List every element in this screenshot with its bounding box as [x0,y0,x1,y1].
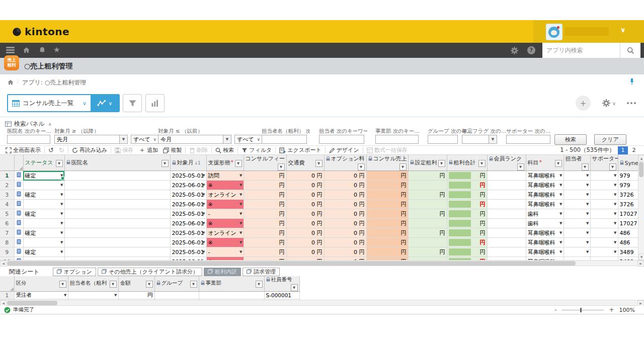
filter-button[interactable] [123,94,142,112]
cell-travel-cost[interactable]: 0 円 [286,171,324,181]
related-tab-粗利内訳[interactable]: 粗利内訳 [204,268,241,276]
cell-travel-cost[interactable]: 0 円 [286,247,324,257]
record-open-button[interactable] [14,190,23,200]
cell-month[interactable]: 2025-06-01▼ [170,200,206,209]
column-filter-icon[interactable]: ▼ [517,163,524,171]
cell-status[interactable]: ▼ [23,219,64,228]
horizontal-scrollbar[interactable]: ◀ ▶ [0,260,644,266]
column-filter-icon[interactable]: ▼ [315,160,323,167]
sub-column-header-区分[interactable]: 区分▼ [14,276,68,292]
cell-kubun[interactable]: 受注者▼ [14,292,68,299]
cell-person[interactable]: ▼ [564,228,590,238]
favorites-star-icon[interactable]: ★ [53,46,62,54]
column-header-会員ランク[interactable]: 会員ランク▼ [487,155,526,171]
cell-month[interactable]: 2025-06-01▼ [170,181,206,190]
cell-synergy[interactable]: 486 [618,228,638,238]
cell-person[interactable]: ▼ [564,200,590,209]
cell-consult-sales[interactable]: 円 [366,228,408,238]
cell-month[interactable]: 2025-05-01▼ [170,247,206,257]
cell-consult-fee[interactable]: 円 [244,171,286,181]
column-header-支援形態[interactable]: 支援形態*▼ [206,155,244,171]
row-number[interactable]: 8 [0,238,14,247]
row-number[interactable]: 2 [0,181,14,190]
filter-field-input[interactable] [375,135,419,144]
cell-consult-sales[interactable]: 円 [366,219,408,228]
cell-option-fee[interactable]: 0 円 [324,238,366,247]
cell-supporter[interactable]: ▼ [590,219,618,228]
cell-support-type[interactable]: ※▼ [206,181,244,190]
cell-consult-fee[interactable]: 円 [244,228,286,238]
row-number[interactable]: 3 [0,190,14,200]
toolbar-undo-button[interactable]: ↺ [46,147,56,154]
filter-field-input[interactable] [7,135,50,144]
collapse-chevron-icon[interactable]: ∧ [48,122,52,127]
cell-person[interactable]: ▼ [564,247,590,257]
cell-consult-sales[interactable]: 円 [366,200,408,209]
breadcrumb-app-link[interactable]: アプリ: ○売上粗利管理 [22,78,86,87]
cell-consult-fee[interactable]: 円 [244,238,286,247]
column-filter-icon[interactable]: ▼ [256,281,263,288]
sub-row-number[interactable]: 1 [0,292,14,299]
column-header-設定粗利[interactable]: 設定粗利▼ [408,155,447,171]
column-filter-icon[interactable]: ▼ [190,281,197,288]
cell-person[interactable]: ▼ [564,209,590,219]
cell-consult-fee[interactable]: 円 [244,190,286,200]
cell-clinic[interactable] [64,247,170,257]
sub-column-header-グループ[interactable]: グループ▼ [154,276,199,292]
cell-support-type[interactable]: -▼ [206,209,244,219]
pin-icon[interactable] [629,78,635,88]
cell-clinic[interactable] [64,190,170,200]
column-filter-icon[interactable]: ▼ [56,160,63,167]
cell-support-type[interactable]: ※▼ [206,219,244,228]
cell-set-profit[interactable]: 円 [408,190,447,200]
cell-set-profit[interactable]: 円 [408,209,447,219]
cell-supporter[interactable]: ▼ [590,171,618,181]
chart-button[interactable] [145,94,165,112]
cell-total-profit[interactable]: 円 [447,228,487,238]
cell-option-fee[interactable]: 0 円 [324,190,366,200]
cell-support-type[interactable]: オンライン▼ [206,228,244,238]
row-number[interactable]: 1 [0,171,14,181]
cell-person[interactable]: ▼ [564,181,590,190]
cell-supporter[interactable]: ▼ [590,228,618,238]
scroll-up-icon[interactable]: ▲ [638,155,644,161]
cell-status[interactable]: ▼ [23,200,64,209]
cell-subject[interactable]: 耳鼻咽喉科▼ [526,181,564,190]
cell-month[interactable]: 2025-06-01▼ [170,238,206,247]
cell-option-fee[interactable]: 0 円 [324,200,366,209]
record-open-button[interactable] [14,209,23,219]
cell-subject[interactable]: 歯科▼ [526,219,564,228]
column-filter-icon[interactable]: ▼ [278,163,285,171]
sub-column-header-担当者名（粗利[interactable]: 担当者名（粗利▼ [68,276,118,292]
column-filter-icon[interactable]: ▼ [59,281,66,288]
cell-member-rank[interactable] [487,200,526,209]
filter-field-input[interactable] [262,135,307,144]
corner-header-cell[interactable] [0,155,14,171]
cell-set-profit[interactable] [408,219,447,228]
filter-scope-select[interactable]: すべて∨ [234,135,263,144]
cell-status[interactable]: 確定▼ [23,171,64,181]
record-open-button[interactable] [14,247,23,257]
filter-field-select[interactable]: 今月▼ [158,135,231,144]
row-number[interactable]: 6 [0,219,14,228]
column-filter-icon[interactable]: ▼ [162,160,169,167]
more-options-button[interactable] [627,102,636,104]
search-button[interactable]: 検索 [554,134,587,145]
record-open-button[interactable] [14,200,23,209]
cell-travel-cost[interactable]: 0 円 [286,219,324,228]
cell-synergy[interactable]: 17027 [618,219,638,228]
user-avatar[interactable] [546,24,562,40]
cell-consult-fee[interactable]: 円 [244,247,286,257]
cell-clinic[interactable] [64,219,170,228]
cell-subject[interactable]: 耳鼻咽喉科▼ [526,238,564,247]
cell-member-rank[interactable] [487,238,526,247]
cell-total-profit[interactable]: 円 [447,181,487,190]
cell-consult-fee[interactable]: 円 [244,200,286,209]
user-menu-chevron-icon[interactable]: ∨ [620,26,626,34]
column-header-交通費[interactable]: 交通費▼ [286,155,324,171]
column-header-オプション料[interactable]: オプション料▼ [324,155,366,171]
cell-supporter[interactable]: ▼ [590,247,618,257]
cell-clinic[interactable] [64,228,170,238]
toolbar-design-button[interactable]: デザイン [327,146,362,154]
cell-option-fee[interactable]: 0 円 [324,247,366,257]
